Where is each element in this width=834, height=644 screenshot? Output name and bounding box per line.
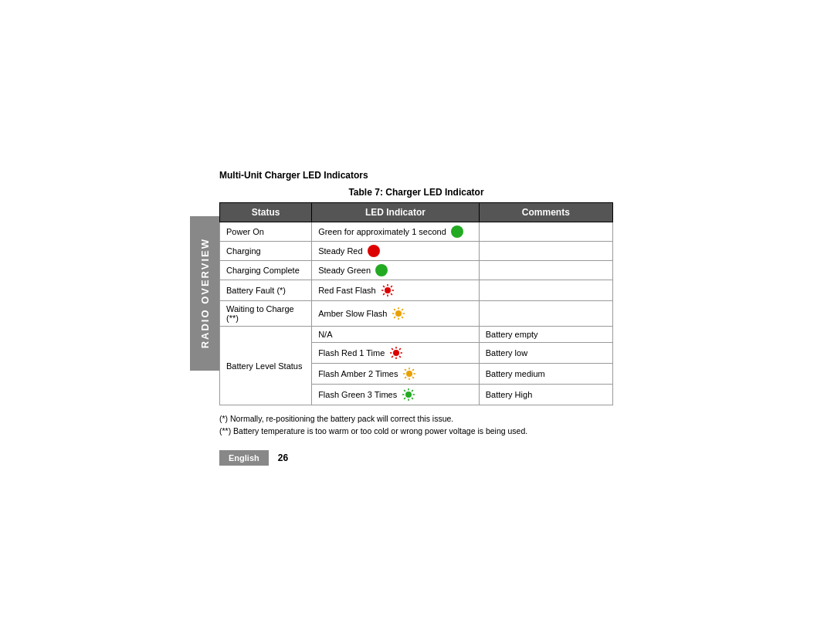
red-sun-icon [389,346,403,360]
table-row: Battery Level Status N/A Battery empty [220,327,613,343]
indicator-text: Green for approximately 1 second [318,227,446,236]
svg-line-16 [402,309,403,310]
svg-line-14 [394,309,395,310]
indicator-text: Steady Green [318,266,371,275]
svg-line-32 [405,369,407,371]
comments-cell [479,261,612,280]
svg-line-42 [412,398,413,399]
table-row: Battery Fault (*) Red Fast Flash [220,280,613,301]
svg-line-34 [413,369,415,371]
svg-line-43 [412,390,413,391]
indicator-cell: Steady Red [312,242,480,261]
comments-cell: Battery medium [479,364,612,385]
amber-sun-icon [392,307,405,320]
status-cell: Waiting to Charge (**) [220,301,312,327]
svg-line-41 [404,390,405,391]
battery-level-status-cell: Battery Level Status [220,327,312,405]
green-dot-icon [451,225,463,238]
red-dot-icon [368,245,380,257]
led-table: Status LED Indicator Comments Power On G… [219,202,613,405]
section-title: Multi-Unit Charger LED Indicators [219,170,613,181]
svg-line-8 [383,293,385,295]
language-badge: English [219,450,269,466]
indicator-cell: Flash Red 1 Time [312,343,480,364]
comments-cell [479,301,612,327]
sidebar-tab: RADIO OVERVIEW [190,216,219,371]
svg-line-15 [402,317,403,318]
svg-line-33 [413,377,415,378]
indicator-cell: N/A [312,327,480,343]
amber-sun-icon [402,367,416,381]
indicator-cell: Red Fast Flash [312,280,480,301]
svg-line-26 [392,356,393,358]
comments-cell: Battery empty [479,327,612,343]
table-row: Waiting to Charge (**) Amber Slow Flash [220,301,613,327]
page-number: 26 [278,452,288,463]
svg-point-18 [393,350,399,356]
comments-cell [479,280,612,301]
header-comments: Comments [479,203,612,222]
svg-line-5 [383,286,385,287]
indicator-text: N/A [318,330,332,339]
svg-line-44 [404,398,405,399]
table-row: Charging Complete Steady Green [220,261,613,280]
status-cell: Charging Complete [220,261,312,280]
table-header-row: Status LED Indicator Comments [220,203,613,222]
indicator-cell: Steady Green [312,261,480,280]
svg-point-36 [405,391,412,398]
comments-cell: Battery High [479,385,612,405]
indicator-text: Amber Slow Flash [318,309,387,318]
red-sun-icon [381,283,395,297]
indicator-cell: Amber Slow Flash [312,301,480,327]
svg-line-25 [399,348,401,350]
indicator-text: Red Fast Flash [318,286,376,295]
page-footer: English 26 [219,450,613,466]
status-cell: Battery Fault (*) [220,280,312,301]
svg-point-0 [385,287,391,293]
footnotes: (*) Normally, re-positioning the battery… [219,413,613,438]
indicator-text: Steady Red [318,246,362,256]
table-title: Table 7: Charger LED Indicator [219,187,613,198]
svg-point-9 [395,310,402,317]
svg-line-17 [394,317,395,318]
svg-line-7 [391,286,392,287]
comments-cell: Battery low [479,343,612,364]
table-row: Power On Green for approximately 1 secon… [220,222,613,242]
indicator-cell: Flash Amber 2 Times [312,364,480,385]
indicator-text: Flash Green 3 Times [318,390,397,399]
table-body: Power On Green for approximately 1 secon… [220,222,613,405]
svg-line-24 [399,356,401,358]
status-cell: Power On [220,222,312,242]
status-cell: Charging [220,242,312,261]
svg-point-27 [406,371,412,377]
header-status: Status [220,203,312,222]
comments-cell [479,222,612,242]
svg-line-23 [392,348,393,350]
green-dot-steady-icon [375,264,388,276]
svg-line-6 [391,293,392,295]
indicator-text: Flash Red 1 Time [318,348,385,358]
indicator-cell: Flash Green 3 Times [312,385,480,405]
green-sun-icon [402,388,415,402]
footnote-1: (*) Normally, re-positioning the battery… [219,413,613,425]
indicator-text: Flash Amber 2 Times [318,369,398,378]
table-row: Charging Steady Red [220,242,613,261]
svg-line-35 [405,377,407,378]
header-led: LED Indicator [312,203,480,222]
indicator-cell: Green for approximately 1 second [312,222,480,242]
comments-cell [479,242,612,261]
footnote-2: (**) Battery temperature is too warm or … [219,425,613,438]
sidebar-label: RADIO OVERVIEW [199,238,211,348]
content-area: Multi-Unit Charger LED Indicators Table … [219,170,613,466]
